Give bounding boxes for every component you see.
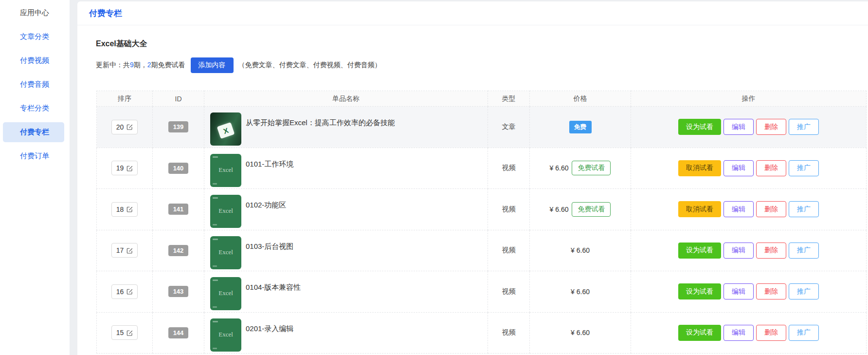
primary-action-button[interactable]: 设为试看 xyxy=(678,325,721,341)
item-thumbnail: Excel xyxy=(210,195,241,228)
price-cell: ¥ 6.60 xyxy=(530,271,631,313)
edit-button[interactable]: 编辑 xyxy=(723,243,754,259)
type-label: 视频 xyxy=(502,328,516,336)
edit-icon[interactable] xyxy=(127,165,133,171)
sort-value: 19 xyxy=(116,164,124,172)
edit-icon[interactable] xyxy=(127,206,133,212)
sidebar-item-label: 付费专栏 xyxy=(20,128,49,137)
sort-editor[interactable]: 16 xyxy=(111,284,138,299)
table-row: 18 141 Excel 0102-功能区 视频 xyxy=(97,189,867,230)
type-label: 视频 xyxy=(502,246,516,254)
primary-action-button[interactable]: 设为试看 xyxy=(678,283,721,299)
status-text: 更新中：共 xyxy=(96,61,130,69)
edit-button[interactable]: 编辑 xyxy=(723,160,754,176)
promote-button[interactable]: 推广 xyxy=(789,201,819,217)
id-badge: 144 xyxy=(168,327,189,338)
trial-badge: 免费试看 xyxy=(572,161,611,175)
content-types-hint: （免费文章、付费文章、付费视频、付费音频） xyxy=(238,61,381,70)
edit-button[interactable]: 编辑 xyxy=(723,325,754,341)
sort-value: 16 xyxy=(116,288,124,296)
trial-badge: 免费试看 xyxy=(572,202,611,217)
column-header: 价格 xyxy=(530,91,631,107)
thumb-label: Excel xyxy=(218,166,233,174)
edit-button[interactable]: 编辑 xyxy=(723,201,754,217)
sort-editor[interactable]: 20 xyxy=(111,120,138,134)
sort-editor[interactable]: 18 xyxy=(111,202,138,217)
actions-cell: 取消试看 编辑 删除 推广 xyxy=(631,148,867,189)
primary-action-button[interactable]: 取消试看 xyxy=(678,160,721,176)
sidebar-item-label: 文章分类 xyxy=(20,32,49,41)
update-status: 更新中：共9期，2期免费试看 xyxy=(96,61,185,70)
actions-cell: 设为试看 编辑 删除 推广 xyxy=(631,312,867,354)
price-cell: ¥ 6.60 免费试看 xyxy=(530,189,631,230)
edit-icon[interactable] xyxy=(127,330,133,336)
delete-button[interactable]: 删除 xyxy=(756,243,786,259)
sidebar-item-label: 专栏分类 xyxy=(20,104,49,113)
promote-button[interactable]: 推广 xyxy=(789,325,819,341)
sidebar-item-paid-column[interactable]: 付费专栏 xyxy=(0,120,70,144)
id-cell: 139 xyxy=(153,107,204,148)
edit-icon[interactable] xyxy=(127,247,133,254)
id-badge: 143 xyxy=(168,286,189,297)
delete-button[interactable]: 删除 xyxy=(756,119,786,135)
edit-button[interactable]: 编辑 xyxy=(723,119,754,135)
sidebar-item-app-center[interactable]: 应用中心 xyxy=(0,1,70,25)
sidebar-item-article-category[interactable]: 文章分类 xyxy=(0,25,70,49)
sidebar: 应用中心文章分类付费视频付费音频专栏分类付费专栏付费订单 xyxy=(0,0,70,355)
actions-cell: 设为试看 编辑 删除 推广 xyxy=(631,230,867,271)
promote-button[interactable]: 推广 xyxy=(789,283,819,299)
item-title: 0102-功能区 xyxy=(246,201,286,210)
promote-button[interactable]: 推广 xyxy=(789,119,819,135)
status-text: 期， xyxy=(134,61,147,69)
table-row: 20 139 X 从零开始掌握Excel：提高工作效率的必备技能 文章 xyxy=(97,107,867,148)
add-content-button[interactable]: 添加内容 xyxy=(191,57,234,73)
sidebar-item-label: 应用中心 xyxy=(20,8,49,18)
edit-button[interactable]: 编辑 xyxy=(723,283,754,299)
sidebar-item-paid-audio[interactable]: 付费音频 xyxy=(0,73,70,96)
type-label: 视频 xyxy=(502,287,516,295)
type-cell: 文章 xyxy=(488,107,530,148)
sidebar-item-paid-video[interactable]: 付费视频 xyxy=(0,49,70,73)
primary-action-button[interactable]: 设为试看 xyxy=(678,243,721,259)
episode-count: 9 xyxy=(130,61,134,69)
id-cell: 143 xyxy=(153,271,204,313)
id-badge: 142 xyxy=(168,245,189,256)
item-title: 0104-版本兼容性 xyxy=(246,283,301,292)
type-cell: 视频 xyxy=(488,189,530,230)
promote-button[interactable]: 推广 xyxy=(789,243,819,259)
delete-button[interactable]: 删除 xyxy=(756,201,786,217)
type-label: 视频 xyxy=(502,205,516,213)
delete-button[interactable]: 删除 xyxy=(756,283,786,299)
thumb-label: Excel xyxy=(218,207,233,215)
actions-cell: 设为试看 编辑 删除 推广 xyxy=(631,271,867,313)
sort-editor[interactable]: 17 xyxy=(111,243,138,258)
delete-button[interactable]: 删除 xyxy=(756,325,786,341)
type-label: 文章 xyxy=(502,123,516,131)
id-cell: 141 xyxy=(153,189,204,230)
primary-action-button[interactable]: 设为试看 xyxy=(678,119,721,135)
promote-button[interactable]: 推广 xyxy=(789,160,819,176)
actions-cell: 设为试看 编辑 删除 推广 xyxy=(631,107,867,148)
sidebar-item-paid-order[interactable]: 付费订单 xyxy=(0,144,70,168)
sidebar-item-column-category[interactable]: 专栏分类 xyxy=(0,96,70,120)
id-cell: 142 xyxy=(153,230,204,271)
page-header: 付费专栏 xyxy=(77,1,868,25)
primary-action-button[interactable]: 取消试看 xyxy=(678,201,721,217)
edit-icon[interactable] xyxy=(127,124,133,130)
edit-icon[interactable] xyxy=(127,288,133,295)
sort-value: 20 xyxy=(116,123,124,131)
table-row: 19 140 Excel 0101-工作环境 视频 xyxy=(97,148,867,189)
thumb-label: Excel xyxy=(218,289,233,297)
sidebar-item-label: 付费视频 xyxy=(20,56,49,65)
sort-editor[interactable]: 15 xyxy=(111,325,138,340)
sort-editor[interactable]: 19 xyxy=(111,161,138,175)
column-header: ID xyxy=(153,91,204,107)
table-row: 17 142 Excel 0103-后台视图 视频 xyxy=(97,230,867,271)
sort-value: 15 xyxy=(116,329,124,336)
delete-button[interactable]: 删除 xyxy=(756,160,786,176)
actions-cell: 取消试看 编辑 删除 推广 xyxy=(631,189,867,230)
item-title: 0101-工作环境 xyxy=(246,160,293,169)
page-title: 付费专栏 xyxy=(89,8,122,19)
column-header: 排序 xyxy=(97,91,153,107)
price-cell: ¥ 6.60 xyxy=(530,312,631,354)
